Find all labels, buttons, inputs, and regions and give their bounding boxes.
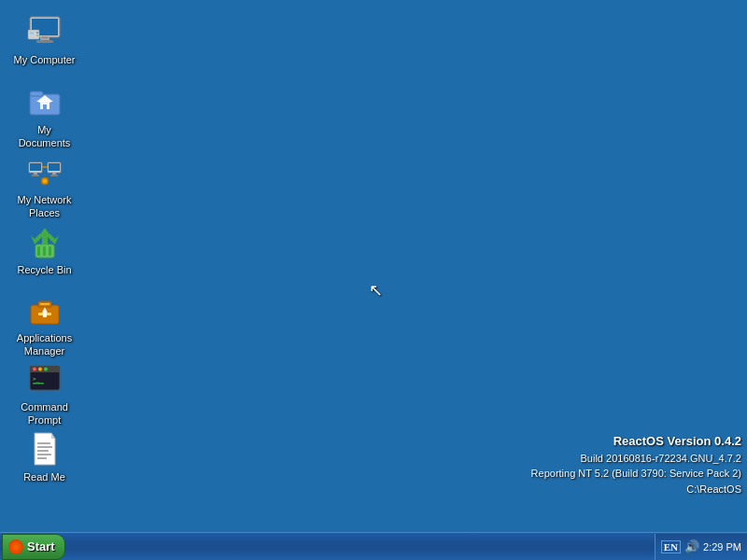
svg-rect-3: [36, 40, 53, 43]
svg-rect-48: [37, 442, 50, 444]
svg-rect-51: [37, 454, 51, 455]
svg-text:>_: >_: [33, 375, 40, 383]
svg-rect-10: [30, 91, 43, 96]
svg-point-42: [38, 368, 42, 371]
svg-rect-19: [49, 163, 60, 171]
svg-rect-49: [37, 446, 52, 448]
system-tray: EN 🔊 2:29 PM: [655, 534, 747, 560]
cursor: ↖: [369, 280, 383, 301]
read-me-icon[interactable]: Read Me: [9, 427, 79, 487]
command-prompt-label: Command Prompt: [13, 400, 76, 427]
my-documents-icon[interactable]: My Documents: [9, 79, 79, 154]
desktop: My Computer My Documents: [0, 0, 747, 532]
svg-rect-34: [40, 303, 49, 305]
svg-rect-4: [42, 36, 48, 38]
volume-icon[interactable]: 🔊: [684, 539, 699, 553]
svg-rect-45: [33, 383, 44, 385]
svg-rect-15: [30, 163, 41, 171]
applications-manager-icon[interactable]: Applications Manager: [9, 287, 79, 362]
read-me-label: Read Me: [23, 470, 65, 483]
start-button[interactable]: Start: [2, 534, 65, 560]
taskbar: Start EN 🔊 2:29 PM: [0, 532, 747, 560]
svg-point-43: [44, 368, 48, 371]
svg-rect-29: [37, 246, 40, 256]
applications-manager-img: [26, 291, 63, 329]
system-time: 2:29 PM: [703, 541, 741, 553]
svg-rect-16: [34, 173, 37, 175]
recycle-bin-img: [26, 223, 63, 260]
version-line1: ReactOS Version 0.4.2: [531, 432, 741, 451]
read-me-img: [26, 430, 63, 468]
start-logo: [8, 539, 23, 554]
svg-point-8: [36, 35, 38, 36]
my-computer-label: My Computer: [13, 53, 75, 66]
my-documents-img: [26, 83, 63, 120]
svg-marker-26: [48, 233, 59, 245]
recycle-bin-label: Recycle Bin: [17, 263, 71, 276]
svg-rect-6: [30, 32, 34, 35]
my-computer-img: [26, 13, 63, 50]
svg-rect-52: [37, 457, 47, 459]
svg-rect-17: [32, 175, 39, 176]
svg-rect-50: [37, 450, 49, 452]
svg-point-41: [33, 368, 36, 371]
my-network-places-icon[interactable]: My Network Places: [9, 149, 79, 224]
svg-rect-21: [50, 175, 58, 176]
svg-rect-31: [49, 246, 51, 256]
version-line3: Reporting NT 5.2 (Build 3790: Service Pa…: [531, 466, 741, 482]
command-prompt-img: >_: [26, 360, 63, 398]
svg-rect-30: [43, 246, 46, 256]
my-computer-icon[interactable]: My Computer: [9, 9, 79, 70]
svg-rect-5: [28, 30, 39, 39]
command-prompt-icon[interactable]: >_ Command Prompt: [9, 357, 79, 431]
version-info: ReactOS Version 0.4.2 Build 20160816-r72…: [531, 432, 741, 497]
svg-rect-13: [43, 105, 47, 109]
start-label: Start: [27, 539, 55, 553]
applications-manager-label: Applications Manager: [13, 331, 76, 358]
language-indicator[interactable]: EN: [661, 540, 681, 553]
recycle-bin-icon[interactable]: Recycle Bin: [9, 219, 79, 280]
version-line2: Build 20160816-r72234.GNU_4.7.2: [531, 451, 741, 467]
svg-marker-27: [31, 233, 42, 245]
svg-point-7: [36, 32, 38, 34]
svg-rect-20: [52, 173, 56, 175]
my-documents-label: My Documents: [13, 123, 76, 150]
svg-point-24: [43, 179, 47, 183]
my-network-places-img: [26, 153, 63, 190]
version-line4: C:\ReactOS: [531, 482, 741, 497]
my-network-places-label: My Network Places: [13, 193, 76, 220]
svg-rect-37: [43, 313, 47, 317]
